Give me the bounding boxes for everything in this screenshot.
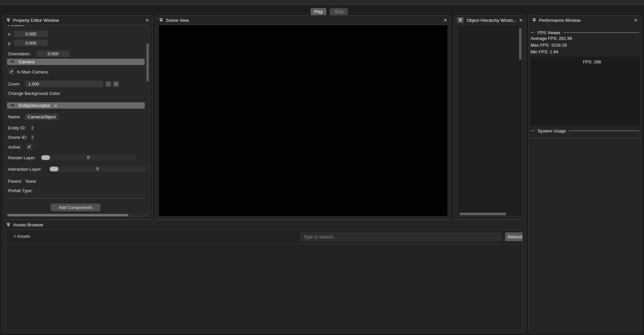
close-icon[interactable]: ✕ [444,18,447,23]
hierarchy-content [457,25,523,217]
section-suffix: o [54,103,57,108]
section-label: System Usage [538,128,566,133]
is-main-camera-checkbox[interactable]: ✓ [9,69,14,74]
active-label: Active: [8,145,21,150]
scene-viewport[interactable] [158,25,448,217]
section-collapse-icon [10,61,14,63]
panel-title: Scene View [166,18,189,23]
divider [6,244,522,244]
vertical-scrollbar[interactable] [519,28,521,60]
horizontal-scrollbar[interactable] [459,213,506,215]
divider [8,198,145,199]
collapse-icon[interactable] [159,18,163,22]
play-button[interactable]: Play [311,8,326,15]
system-usage-section: System Usage [531,128,639,133]
fps-viewer-section: FPS Viewer [531,30,639,35]
refresh-button[interactable]: Refresh [505,232,523,241]
collapse-icon[interactable] [532,18,536,22]
zoom-decrement-button[interactable]: - [105,81,111,87]
performance-content: FPS Viewer Average FPS: 281.99 Max FPS: … [529,25,641,333]
zoom-increment-button[interactable]: + [113,81,119,87]
assets-browser-panel: Assets Browser > Assets Refresh [3,220,526,333]
panel-title: Performance Window [539,18,581,23]
y-label: y: [8,41,11,46]
section-title: EntityDescriptor [18,103,50,108]
is-main-camera-label: Is Main Camera: [17,69,49,74]
x-field[interactable]: 0.000 [14,31,48,37]
slider-value: 0 [49,166,146,171]
entity-descriptor-section-header[interactable]: EntityDescriptor o [7,102,145,109]
stop-button[interactable]: Stop [330,8,348,15]
collapse-icon[interactable] [6,18,10,22]
object-hierarchy-panel: Object Hierarchy Windo... ✕ [454,15,526,220]
close-icon[interactable]: ✕ [519,18,523,23]
render-layer-slider[interactable]: 0 [41,155,136,161]
name-field[interactable]: CameraObject [25,113,58,120]
panel-title: Object Hierarchy Windo... [467,18,516,23]
collapse-icon[interactable] [457,17,464,23]
entity-id-value: 2 [31,125,34,130]
divider [529,138,641,138]
average-fps: Average FPS: 281.99 [531,35,639,42]
scene-id-value: 2 [31,135,34,140]
parent-label: Parent: [8,179,22,184]
entity-id-label: Entity ID: [8,125,26,130]
editor-root: Play Stop Property Editor Window ✕ Posit… [0,0,644,335]
panel-title: Property Editor Window [13,18,59,23]
section-collapse-icon [10,104,14,107]
fps-line-chart [531,57,640,125]
collapse-icon[interactable] [6,223,10,226]
zoom-field[interactable]: 1.000 [25,80,103,87]
parent-value: None [26,179,36,184]
add-components-button[interactable]: Add Components [51,204,100,211]
orientation-field[interactable]: 0.000 [37,50,70,57]
position-label: Position: [8,25,25,27]
performance-panel: Performance Window ✕ FPS Viewer Average … [528,15,641,333]
slider-value: 0 [41,155,136,160]
prefab-type-label: Prefab Type: [8,188,33,193]
vertical-scrollbar[interactable] [146,43,149,81]
max-fps: Max FPS: 1018.19 [531,42,639,49]
min-fps: Min FPS: 1.94 [531,49,639,55]
camera-section-header[interactable]: Camera [7,59,145,65]
section-label: FPS Viewer [538,30,560,35]
hierarchy-list [457,25,522,216]
search-input[interactable] [300,232,502,241]
scrollbar-thumb[interactable] [7,214,128,216]
x-label: x: [8,32,11,37]
menu-bar [0,0,644,5]
assets-content: > Assets Refresh [6,229,523,330]
interaction-layer-slider[interactable]: 0 [49,166,146,172]
name-label: Name: [8,114,21,119]
orientation-label: Orientation: [8,51,31,56]
breadcrumb[interactable]: > Assets [13,234,30,239]
panel-title: Assets Browser [13,222,43,227]
zoom-label: Zoom: [8,81,20,87]
horizontal-scrollbar[interactable] [7,214,149,217]
scene-view-panel: Scene View ✕ [155,15,451,220]
close-icon[interactable]: ✕ [634,18,638,23]
fps-graph-label: FPS: 268 [531,59,640,64]
interaction-layer-label: Interaction Layer: [8,167,42,172]
fps-graph: FPS: 268 [531,57,640,125]
y-field[interactable]: 0.000 [14,40,48,46]
close-icon[interactable]: ✕ [145,18,149,23]
section-title: Camera [18,59,35,64]
active-checkbox[interactable]: ✓ [27,144,32,150]
property-editor-panel: Property Editor Window ✕ Position: x: 0.… [3,15,153,220]
bg-color-label: Change Background Color: [8,91,61,96]
render-layer-label: Render Layer: [8,155,36,160]
scene-id-label: Scene ID: [8,135,27,140]
property-editor-content: Position: x: 0.000 y: 0.000 Orientation:… [6,25,150,217]
